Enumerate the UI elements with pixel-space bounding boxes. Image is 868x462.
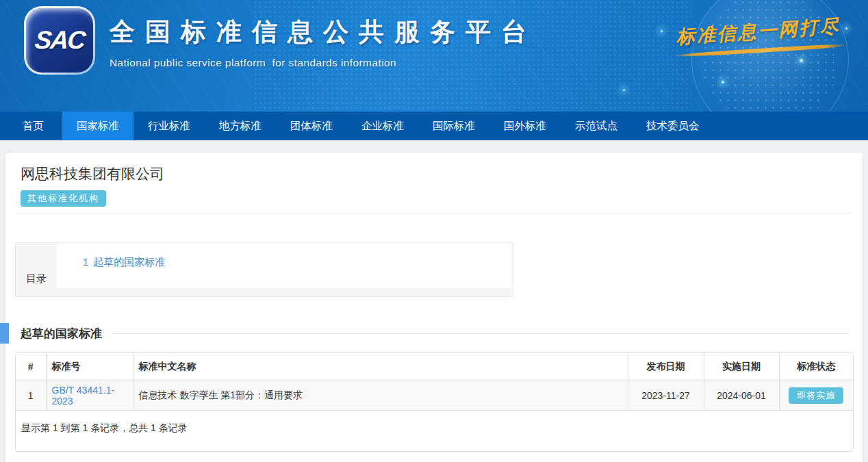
- nav-item-enterprise-standards[interactable]: 企业标准: [347, 112, 418, 140]
- sac-logo[interactable]: SAC: [24, 6, 95, 75]
- nav-item-home[interactable]: 首页: [4, 112, 62, 140]
- cell-pub-date: 2023-11-27: [628, 381, 704, 410]
- pagination-summary: 显示第 1 到第 1 条记录，总共 1 条记录: [16, 411, 853, 451]
- toc-item-label: 起草的国家标准: [93, 256, 165, 268]
- col-header-std-no: 标准号: [46, 353, 133, 381]
- col-header-name-cn: 标准中文名称: [133, 353, 628, 381]
- toc-body: 1起草的国家标准: [57, 243, 512, 288]
- standard-number-link[interactable]: GB/T 43441.1-2023: [52, 385, 115, 407]
- section-accent-bar: [0, 323, 9, 344]
- toc-label: 目录: [16, 243, 57, 296]
- sac-logo-tile: SAC: [26, 8, 93, 73]
- brand-block: 全国标准信息公共服务平台 National public service pla…: [110, 15, 537, 69]
- org-name: 网思科技集团有限公司: [21, 164, 847, 183]
- nav-item-industry-standards[interactable]: 行业标准: [133, 112, 205, 140]
- table-header-row: # 标准号 标准中文名称 发布日期 实施日期 标准状态: [16, 353, 853, 381]
- sparkle-decoration: [722, 81, 724, 84]
- col-header-pub-date: 发布日期: [628, 353, 704, 381]
- org-header: 网思科技集团有限公司 其他标准化机构: [5, 153, 863, 207]
- site-title: 全国标准信息公共服务平台: [110, 15, 537, 49]
- nav-item-group-standards[interactable]: 团体标准: [276, 112, 347, 140]
- main-nav: 首页 国家标准 行业标准 地方标准 团体标准 企业标准 国际标准 国外标准 示范…: [0, 112, 868, 140]
- sac-logo-text: SAC: [34, 26, 86, 55]
- cell-impl-date: 2024-06-01: [704, 381, 779, 410]
- site-header: SAC 全国标准信息公共服务平台 National public service…: [0, 0, 868, 112]
- nav-item-local-standards[interactable]: 地方标准: [205, 112, 276, 140]
- table-row: 1 GB/T 43441.1-2023 信息技术 数字孪生 第1部分：通用要求 …: [16, 381, 853, 410]
- sparkle-decoration: [661, 30, 663, 32]
- toc-link-drafted-standards[interactable]: 1起草的国家标准: [83, 256, 165, 269]
- nav-item-international-standards[interactable]: 国际标准: [418, 112, 489, 140]
- section-rule: [112, 333, 849, 334]
- divider: [17, 213, 851, 214]
- toc-item-index: 1: [83, 256, 88, 268]
- toc-panel: 目录 1起草的国家标准: [15, 242, 513, 297]
- sparkle-decoration: [800, 59, 803, 62]
- content-card: 网思科技集团有限公司 其他标准化机构 目录 1起草的国家标准 起草的国家标准 #…: [5, 153, 863, 462]
- site-subtitle: National public service platform for sta…: [110, 57, 537, 69]
- nav-item-foreign-standards[interactable]: 国外标准: [489, 112, 561, 140]
- col-header-status: 标准状态: [779, 353, 853, 381]
- col-header-index: #: [16, 353, 46, 381]
- sparkle-decoration: [623, 89, 625, 91]
- status-badge: 即将实施: [789, 387, 843, 404]
- cell-name-cn: 信息技术 数字孪生 第1部分：通用要求: [133, 381, 628, 410]
- nav-item-national-standards[interactable]: 国家标准: [62, 112, 133, 140]
- standards-table: # 标准号 标准中文名称 发布日期 实施日期 标准状态 1 GB/T 43441…: [16, 353, 853, 411]
- nav-item-pilot-programs[interactable]: 示范试点: [561, 112, 632, 140]
- cell-index: 1: [16, 381, 46, 410]
- section-heading: 起草的国家标准: [5, 323, 863, 344]
- col-header-impl-date: 实施日期: [704, 353, 779, 381]
- standards-table-container: # 标准号 标准中文名称 发布日期 实施日期 标准状态 1 GB/T 43441…: [15, 352, 854, 452]
- org-type-badge: 其他标准化机构: [21, 190, 106, 207]
- nav-item-technical-committees[interactable]: 技术委员会: [632, 112, 714, 140]
- section-title: 起草的国家标准: [21, 326, 102, 342]
